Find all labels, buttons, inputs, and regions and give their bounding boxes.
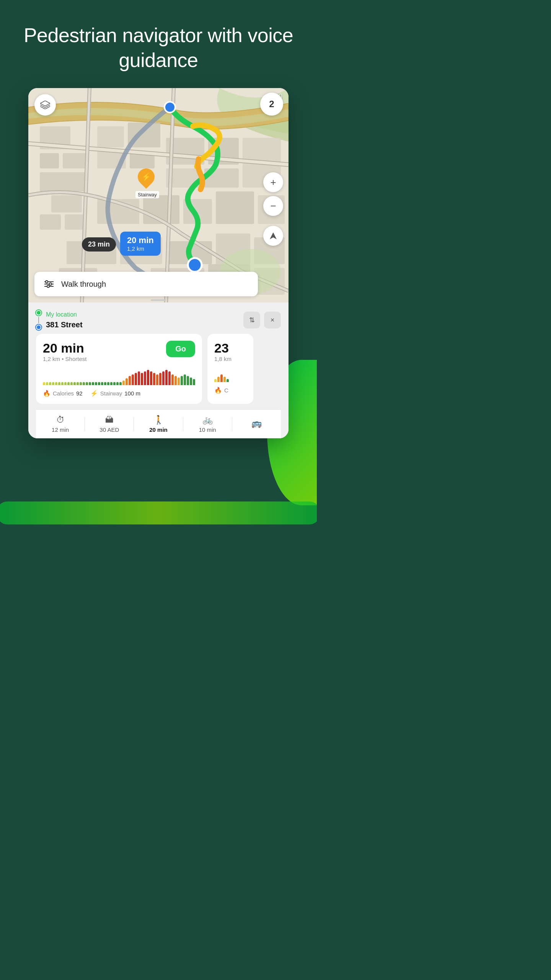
dest-dot bbox=[36, 325, 41, 330]
layers-button[interactable] bbox=[34, 94, 56, 116]
tab-bike[interactable]: 🚲 10 min bbox=[183, 415, 232, 433]
svg-point-33 bbox=[165, 102, 175, 113]
transit-icon: 🚌 bbox=[251, 418, 262, 428]
route-time: 20 min bbox=[43, 341, 86, 356]
tab-cost-label: 30 AED bbox=[99, 426, 119, 433]
stairway-marker: ⚡ Stairway bbox=[135, 168, 159, 198]
time-icon: ⏱ bbox=[56, 415, 65, 425]
alternate-route-callout: 23 min bbox=[82, 237, 116, 252]
zoom-out-button[interactable]: − bbox=[263, 196, 283, 216]
origin-dot bbox=[36, 310, 41, 315]
my-location-button[interactable] bbox=[263, 226, 283, 246]
route-panel: My location 381 Street ⇅ × 20 min 1,2 km… bbox=[28, 302, 289, 438]
tab-time[interactable]: ⏱ 12 min bbox=[36, 415, 85, 433]
svg-point-41 bbox=[47, 285, 49, 287]
calories-stat: 🔥 Calories 92 bbox=[43, 390, 83, 397]
svg-point-40 bbox=[49, 283, 52, 285]
callout-distance: 1,2 km bbox=[127, 245, 154, 252]
close-button[interactable]: × bbox=[264, 312, 281, 328]
stairway-stat-value: 100 m bbox=[124, 390, 140, 397]
tab-bike-label: 10 min bbox=[199, 426, 216, 433]
filters-icon bbox=[42, 277, 56, 291]
alt-elevation-chart bbox=[214, 367, 246, 382]
stairway-icon: ⚡ bbox=[90, 390, 98, 397]
origin-label: My location bbox=[46, 311, 239, 318]
page-title: Pedestrian navigator with voice guidance bbox=[23, 23, 294, 73]
zoom-in-button[interactable]: + bbox=[263, 172, 283, 192]
destination-label: 381 Street bbox=[46, 320, 239, 329]
route-card-alternate[interactable]: 23 1,8 km 🔥 C bbox=[207, 334, 253, 404]
svg-marker-35 bbox=[270, 232, 277, 239]
bike-icon: 🚲 bbox=[202, 415, 213, 425]
alt-calories-icon: 🔥 bbox=[214, 387, 222, 394]
tab-transit[interactable]: 🚌 bbox=[232, 418, 281, 430]
phone-card: 12:30 2 ⚡ Stairway + − bbox=[28, 88, 289, 438]
go-button[interactable]: Go bbox=[166, 341, 195, 357]
map-area: 12:30 2 ⚡ Stairway + − bbox=[28, 88, 289, 302]
location-row: My location 381 Street ⇅ × bbox=[36, 310, 281, 334]
stairway-stat-label: Stairway bbox=[100, 390, 122, 397]
main-route-callout: 20 min 1,2 km bbox=[120, 232, 161, 256]
route-sub: 1,2 km • Shortest bbox=[43, 356, 86, 362]
location-dots bbox=[36, 310, 41, 330]
calories-label: Calories bbox=[53, 390, 74, 397]
alt-route-sub: 1,8 km bbox=[214, 356, 246, 362]
svg-rect-6 bbox=[40, 214, 61, 230]
svg-rect-2 bbox=[40, 153, 59, 168]
tab-cost[interactable]: 🏔 30 AED bbox=[85, 415, 134, 433]
swap-button[interactable]: ⇅ bbox=[243, 312, 260, 328]
svg-rect-8 bbox=[97, 126, 124, 147]
dot-line bbox=[38, 317, 39, 323]
cost-icon: 🏔 bbox=[105, 415, 114, 425]
calories-value: 92 bbox=[76, 390, 83, 397]
callout-time: 20 min bbox=[127, 235, 154, 245]
header-section: Pedestrian navigator with voice guidance bbox=[0, 0, 317, 88]
stairway-stat: ⚡ Stairway 100 m bbox=[90, 390, 140, 397]
tab-walk-label: 20 min bbox=[149, 426, 168, 433]
elevation-chart bbox=[43, 370, 195, 385]
stairway-label: Stairway bbox=[135, 191, 159, 198]
location-labels: My location 381 Street bbox=[46, 311, 239, 329]
route-card-shortest[interactable]: 20 min 1,2 km • Shortest Go bbox=[36, 334, 202, 404]
route-number-badge: 2 bbox=[260, 93, 283, 116]
svg-point-39 bbox=[46, 281, 48, 283]
walk-through-bar[interactable]: Walk through bbox=[34, 272, 258, 296]
calories-icon: 🔥 bbox=[43, 390, 51, 397]
alt-calories-label: C bbox=[224, 387, 228, 394]
svg-point-34 bbox=[188, 258, 202, 272]
svg-rect-20 bbox=[216, 191, 254, 224]
svg-rect-5 bbox=[51, 195, 82, 212]
alt-calories-stat: 🔥 C bbox=[214, 387, 246, 394]
drag-handle bbox=[151, 299, 166, 301]
svg-rect-7 bbox=[65, 214, 86, 230]
route-stats: 🔥 Calories 92 ⚡ Stairway 100 m bbox=[43, 390, 195, 397]
tab-walk[interactable]: 🚶 20 min bbox=[134, 415, 183, 433]
tab-time-label: 12 min bbox=[52, 426, 69, 433]
walk-through-label: Walk through bbox=[61, 280, 106, 289]
tab-bar: ⏱ 12 min 🏔 30 AED 🚶 20 min 🚲 10 min 🚌 bbox=[36, 409, 281, 438]
svg-rect-3 bbox=[63, 153, 86, 168]
svg-rect-4 bbox=[40, 172, 86, 191]
route-cards-area: 20 min 1,2 km • Shortest Go bbox=[36, 334, 281, 409]
location-actions: ⇅ × bbox=[243, 312, 281, 328]
alt-route-time: 23 bbox=[214, 341, 246, 356]
walk-icon: 🚶 bbox=[153, 415, 164, 425]
